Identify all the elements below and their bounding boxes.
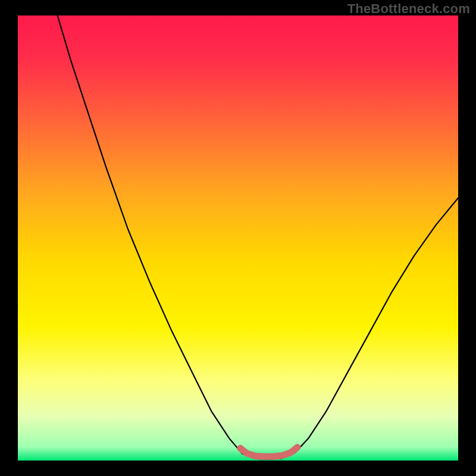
chart-frame: TheBottleneck.com [0, 0, 476, 476]
plot-background [18, 15, 458, 461]
bottleneck-chart [0, 0, 476, 476]
watermark-text: TheBottleneck.com [347, 1, 470, 17]
